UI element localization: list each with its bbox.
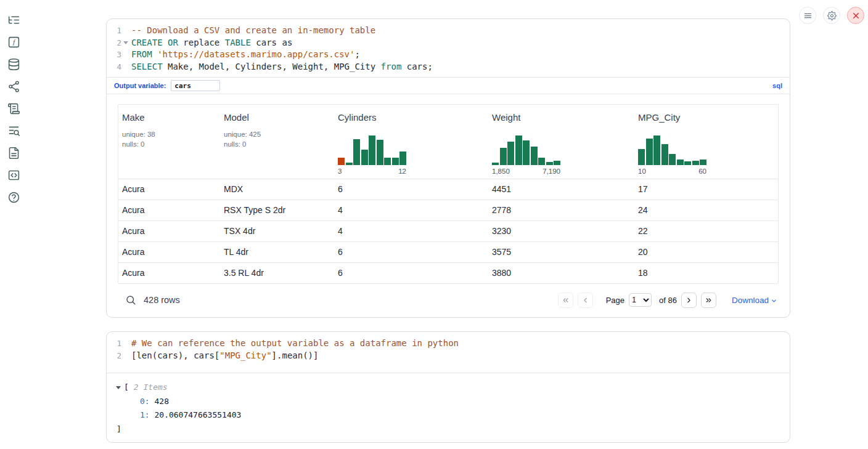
- prev-page-button[interactable]: [578, 293, 593, 308]
- function-square-icon[interactable]: f: [7, 36, 20, 49]
- last-page-button[interactable]: [701, 293, 716, 308]
- search-list-icon[interactable]: [7, 124, 20, 137]
- code-line[interactable]: 1-- Download a CSV and create an in-memo…: [107, 25, 790, 37]
- column-name: Make: [122, 112, 220, 123]
- histogram-bar: [684, 161, 691, 165]
- menu-button[interactable]: [799, 7, 816, 24]
- code-text: [len(cars), cars["MPG_City"].mean()]: [130, 350, 318, 362]
- close-bracket: ]: [115, 423, 781, 437]
- histogram-bar: [546, 162, 553, 165]
- python-output: [ 2 Items 0: 4281: 20.060747663551403 ]: [107, 373, 790, 442]
- help-circle-icon[interactable]: [7, 191, 20, 204]
- histogram-bar: [399, 152, 406, 165]
- next-page-button[interactable]: [681, 293, 697, 308]
- language-badge: sql: [772, 82, 782, 89]
- histogram-bar: [554, 161, 560, 165]
- settings-button[interactable]: [823, 7, 840, 24]
- table-cell: 4451: [488, 179, 634, 200]
- histogram-bar: [646, 139, 653, 165]
- histogram-bar: [392, 158, 399, 165]
- histogram-bar: [661, 144, 668, 165]
- histogram-bar: [638, 149, 645, 165]
- top-right-controls: [799, 7, 864, 24]
- network-icon[interactable]: [7, 80, 20, 93]
- chevrons-left-icon: [562, 296, 570, 304]
- column-header-cylinders[interactable]: Cylinders312: [334, 112, 488, 175]
- table-cell: 4: [334, 200, 488, 220]
- histogram-bar: [669, 154, 676, 165]
- tree-entries: 0: 4281: 20.060747663551403: [115, 395, 781, 423]
- histogram-bar: [500, 148, 507, 165]
- column-header-mpg_city[interactable]: MPG_City1060: [634, 112, 778, 175]
- svg-text:f: f: [12, 38, 15, 46]
- fold-caret-icon[interactable]: [123, 40, 129, 46]
- table-cell: Acura: [118, 179, 220, 200]
- table-cell: Acura: [118, 263, 220, 283]
- sql-editor[interactable]: 1-- Download a CSV and create an in-memo…: [107, 19, 790, 77]
- shutdown-button[interactable]: [847, 7, 864, 24]
- histogram-mpg_city: 1060: [638, 136, 706, 175]
- table-cell: Acura: [118, 242, 220, 262]
- code-text: CREATE OR replace TABLE cars as: [130, 37, 292, 49]
- table-cell: 20: [634, 242, 778, 262]
- column-name: Model: [224, 112, 334, 123]
- histogram-axis-labels: 1,8507,190: [492, 168, 560, 175]
- gear-icon: [827, 11, 837, 20]
- page-label: Page: [606, 296, 624, 305]
- file-text-icon[interactable]: [7, 147, 20, 160]
- sql-output: Makeunique: 38nulls: 0Modelunique: 425nu…: [107, 94, 790, 317]
- scroll-icon[interactable]: [7, 102, 20, 115]
- table-cell: 3.5 RL 4dr: [220, 263, 334, 283]
- code-line[interactable]: 1# We can reference the output variable …: [107, 338, 790, 350]
- pagination: Page 1 of 86 Download: [558, 293, 777, 308]
- column-name: Cylinders: [338, 112, 488, 123]
- collapse-caret-icon[interactable]: [115, 384, 123, 390]
- column-stats: unique: 425nulls: 0: [224, 129, 334, 149]
- histogram-bar: [677, 160, 684, 165]
- table-cell: 17: [634, 179, 778, 200]
- code-line[interactable]: 3FROM 'https://datasets.marimo.app/cars.…: [107, 49, 790, 61]
- histogram-bar: [346, 163, 353, 165]
- histogram-bar: [653, 136, 660, 165]
- tree-entry: 1: 20.060747663551403: [115, 408, 781, 423]
- first-page-button[interactable]: [558, 293, 573, 308]
- column-header-model[interactable]: Modelunique: 425nulls: 0: [220, 112, 334, 175]
- data-table: Makeunique: 38nulls: 0Modelunique: 425nu…: [118, 104, 779, 284]
- python-cell: 1# We can reference the output variable …: [106, 331, 790, 443]
- output-variable-input[interactable]: [171, 80, 220, 91]
- search-icon[interactable]: [125, 294, 136, 305]
- column-header-weight[interactable]: Weight1,8507,190: [488, 112, 634, 175]
- table-cell: 6: [334, 179, 488, 200]
- code-text: SELECT Make, Model, Cylinders, Weight, M…: [130, 61, 433, 73]
- page-select[interactable]: 1: [629, 293, 652, 307]
- menu-icon: [803, 11, 813, 20]
- table-cell: 22: [634, 221, 778, 241]
- tree-entry: 0: 428: [115, 395, 781, 409]
- histogram-bar: [369, 136, 375, 165]
- table-footer: 428 rows Page 1 of 86: [118, 288, 779, 312]
- row-count: 428 rows: [144, 295, 180, 305]
- file-tree-icon[interactable]: [7, 14, 20, 26]
- code-line[interactable]: 4SELECT Make, Model, Cylinders, Weight, …: [107, 61, 790, 73]
- histogram-bar: [538, 158, 545, 165]
- table-cell: TL 4dr: [220, 242, 334, 262]
- histogram-cylinders: 312: [338, 136, 406, 175]
- line-number: 1: [107, 338, 121, 350]
- column-header-make[interactable]: Makeunique: 38nulls: 0: [118, 112, 220, 175]
- histogram-axis-labels: 312: [338, 168, 406, 175]
- output-variable-bar: Output variable: sql: [107, 77, 790, 94]
- code-line[interactable]: 2CREATE OR replace TABLE cars as: [107, 37, 790, 49]
- code-box-icon[interactable]: [7, 169, 20, 182]
- code-line[interactable]: 2[len(cars), cars["MPG_City"].mean()]: [107, 350, 790, 362]
- table-header: Makeunique: 38nulls: 0Modelunique: 425nu…: [118, 105, 778, 179]
- table-cell: 18: [634, 263, 778, 283]
- table-cell: Acura: [118, 200, 220, 220]
- python-editor[interactable]: 1# We can reference the output variable …: [107, 332, 790, 373]
- histogram-bar: [523, 140, 530, 165]
- histogram-bar: [531, 147, 538, 165]
- download-button[interactable]: Download: [732, 296, 777, 305]
- chevron-down-icon: [771, 297, 777, 304]
- histogram-axis-labels: 1060: [638, 168, 706, 175]
- table-row: AcuraTSX 4dr4323022: [118, 220, 778, 241]
- database-icon[interactable]: [7, 58, 20, 71]
